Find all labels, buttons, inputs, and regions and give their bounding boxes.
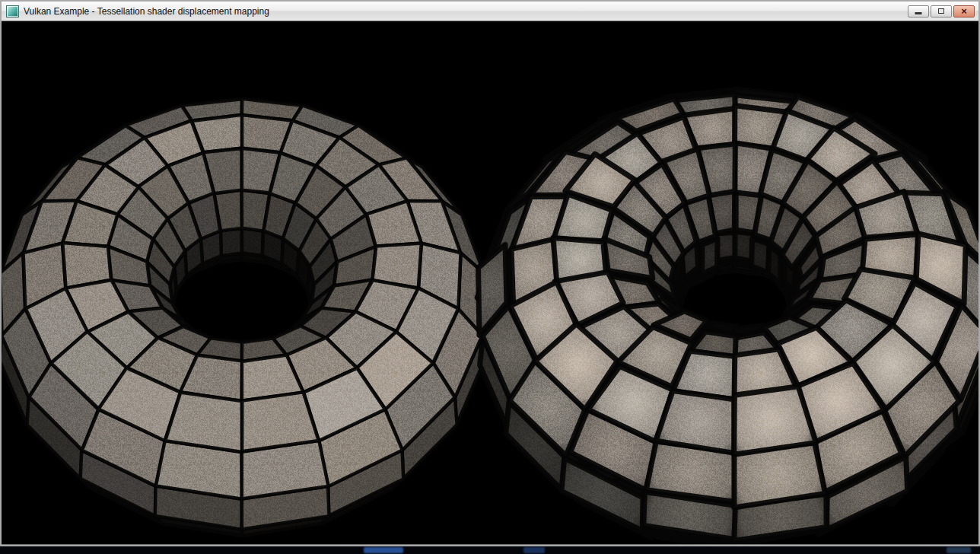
window-title: Vulkan Example - Tessellation shader dis…: [24, 2, 908, 21]
window-controls: ×: [908, 5, 975, 18]
taskbar-blip: [947, 547, 971, 553]
taskbar-blip: [523, 547, 545, 553]
app-window: Vulkan Example - Tessellation shader dis…: [0, 0, 980, 546]
app-icon: [6, 5, 19, 18]
vulkan-render-canvas: [2, 21, 978, 544]
restore-button[interactable]: [931, 5, 952, 18]
render-viewport[interactable]: [2, 21, 978, 544]
titlebar[interactable]: Vulkan Example - Tessellation shader dis…: [2, 2, 978, 21]
minimize-button[interactable]: [908, 5, 929, 18]
close-button[interactable]: ×: [953, 5, 975, 18]
taskbar-blip: [364, 547, 403, 553]
restore-icon: [938, 8, 944, 14]
minimize-icon: [915, 12, 922, 14]
taskbar-sliver: [0, 546, 980, 554]
close-icon: ×: [961, 6, 967, 17]
desktop: Vulkan Example - Tessellation shader dis…: [0, 0, 980, 554]
